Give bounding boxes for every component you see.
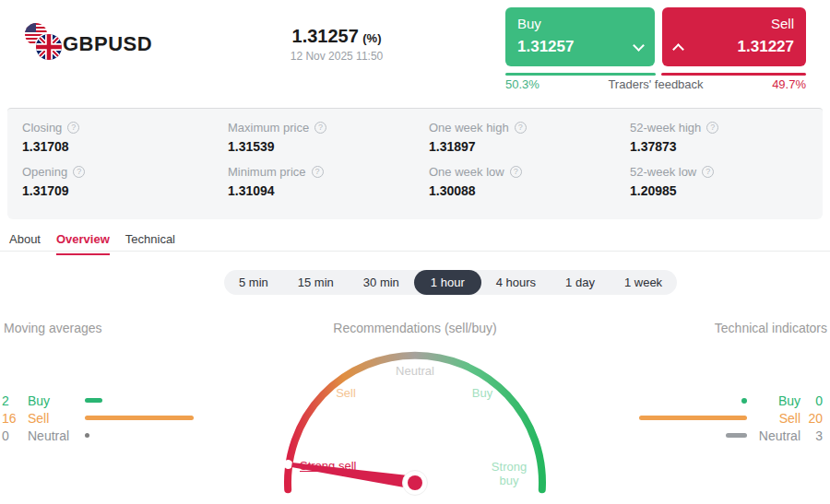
gauge-label-neutral: Neutral: [369, 364, 461, 378]
gauge-label-sell: Sell: [327, 386, 364, 400]
technical-indicators-legend: Buy 0 Sell 20 Neutral 3: [553, 392, 823, 444]
ma-neutral-row: 0 Neutral: [2, 427, 194, 444]
ma-buy-bar: [85, 398, 102, 403]
ti-buy-row: Buy 0: [553, 392, 823, 409]
ma-buy-row: 2 Buy: [2, 392, 194, 409]
ti-sell-row: Sell 20: [553, 409, 823, 427]
ti-neutral-row: Neutral 3: [553, 427, 823, 444]
ma-sell-row: 16 Sell: [2, 409, 194, 427]
ma-sell-bar: [85, 416, 194, 420]
gauge-label-strong-buy: Strong buy: [481, 460, 537, 487]
moving-averages-legend: 2 Buy 16 Sell 0 Neutral: [2, 392, 194, 444]
gauge-label-buy: Buy: [464, 386, 501, 400]
ti-sell-bar: [639, 416, 747, 420]
ti-neutral-bar: [726, 433, 747, 438]
gauge-pivot: [408, 475, 422, 490]
ma-neutral-dot: [85, 433, 89, 438]
gbpusd-widget: GBPUSD 1.31257 (%) 12 Nov 2025 11:50 Buy…: [0, 0, 830, 504]
gauge-label-strong-sell: Strong sell: [300, 459, 356, 473]
